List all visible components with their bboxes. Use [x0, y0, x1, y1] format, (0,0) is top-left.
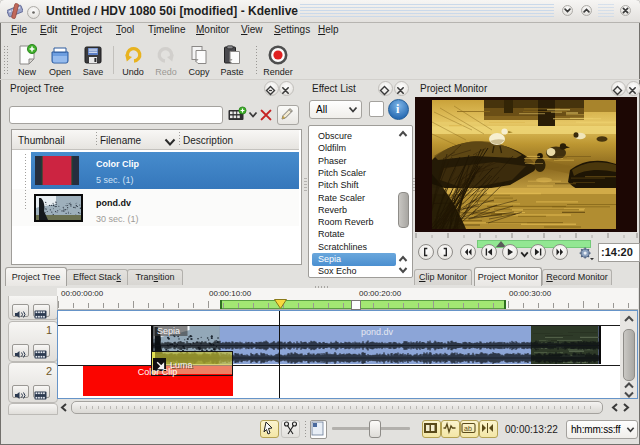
- svg-text:00:00:20:00: 00:00:20:00: [359, 289, 402, 298]
- svg-text:00:00:00:00: 00:00:00:00: [61, 289, 104, 298]
- svg-text:ab: ab: [464, 425, 472, 432]
- svg-text:00:00:10:00: 00:00:10:00: [209, 289, 252, 298]
- svg-text:pond.dv: pond.dv: [361, 327, 394, 337]
- svg-text:Sepia: Sepia: [157, 326, 180, 336]
- svg-text:00:00:30:00: 00:00:30:00: [509, 289, 552, 298]
